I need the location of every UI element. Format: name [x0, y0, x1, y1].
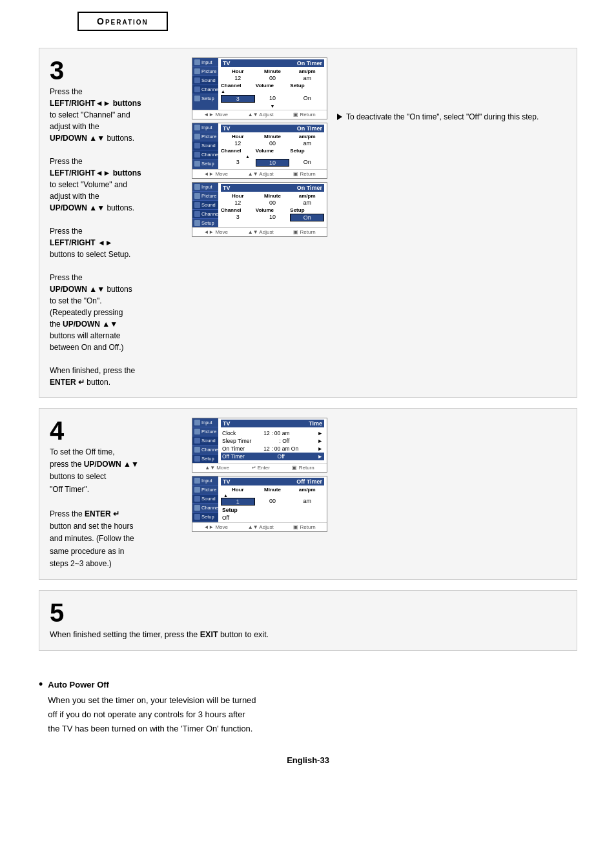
- tv4-row-clock: Clock 12 : 00 am ►: [221, 429, 324, 437]
- tv1-titleright: On Timer: [297, 60, 322, 66]
- step3-screens: Input Picture Sound Channel Setup: [192, 57, 331, 388]
- tv2-h1: Hour: [221, 134, 255, 139]
- tv5-return: ▣ Return: [293, 524, 315, 530]
- tv4-off-arrow: ►: [318, 453, 323, 460]
- tv2-move: ◄► Move: [203, 171, 228, 177]
- step3-p5-bold: ENTER ↵: [50, 378, 85, 387]
- tv4-clock-val: 12 : 00 am: [263, 430, 289, 436]
- tv5-v3: am: [290, 498, 324, 506]
- step5-text: When finished setting the timer, press t…: [50, 628, 566, 641]
- tv4-time-rows: Clock 12 : 00 am ► Sleep Timer : Off ► O…: [221, 429, 324, 460]
- tv-sidebar-input: Input: [192, 58, 218, 67]
- bullet-line2: off if you do not operate any controls f…: [48, 708, 256, 722]
- step3-p2-bold: LEFT/RIGHT◄► buttons: [50, 169, 141, 178]
- tv3-sidebar-setup: Setup: [192, 219, 218, 227]
- bullet-section: • Auto Power Off When you set the timer …: [0, 674, 616, 742]
- tv-sidebar-picture: Picture: [192, 67, 218, 76]
- bullet-dot: •: [39, 678, 43, 692]
- tv4-titleright: Time: [309, 420, 322, 427]
- step3-section: 3 Press the LEFT/RIGHT◄► buttons to sele…: [39, 48, 577, 398]
- tv4-move: ▲▼ Move: [205, 465, 229, 471]
- tv2-setup-label: Setup: [290, 148, 324, 154]
- tv2-bottombar: ◄► Move ▲▼ Adjust ▣ Return: [192, 169, 327, 178]
- tv5-move: ◄► Move: [203, 524, 228, 530]
- tv3-ch-val: 3: [221, 214, 255, 221]
- tv1-bottombar: ◄► Move ▲▼ Adjust ▣ Return: [192, 110, 327, 119]
- tv2-titlebar: TV On Timer: [221, 125, 324, 132]
- tv1-setup-label: Setup: [290, 83, 324, 88]
- tv3-h1: Hour: [221, 193, 255, 199]
- tv-screen-1: Input Picture Sound Channel Setup: [192, 57, 327, 119]
- tv5-titlebar: TV Off Timer: [221, 478, 324, 485]
- tv1-v3: am: [290, 75, 324, 81]
- tv4-on-arrow: ►: [318, 445, 323, 452]
- tv3-sidebar-picture: Picture: [192, 192, 218, 201]
- tv3-titleright: On Timer: [297, 185, 322, 191]
- tv3-adjust: ▲▼ Adjust: [248, 229, 274, 235]
- tv3-v3: am: [290, 199, 324, 206]
- tv1-title: TV: [223, 60, 231, 66]
- tv1-v2: 00: [256, 75, 290, 81]
- tv4-return: ▣ Return: [292, 465, 314, 471]
- page-number: English-33: [0, 742, 616, 778]
- tv2-ch-val: 3: [221, 159, 255, 167]
- step5-exit-bold: EXIT: [200, 630, 218, 639]
- tv1-return: ▣ Return: [293, 112, 315, 117]
- tv5-h2: Minute: [256, 487, 290, 493]
- tv5-sidebar-picture: Picture: [192, 485, 218, 495]
- tv1-h2: Minute: [256, 68, 290, 74]
- tv3-setup-val: On: [290, 214, 324, 221]
- tv2-setup-val: On: [290, 159, 324, 167]
- tv3-v2: 00: [256, 199, 290, 206]
- tv5-sidebar-channel: Channel: [192, 504, 218, 513]
- tv4-enter: ↵ Enter: [252, 465, 270, 471]
- tv4-sidebar-channel: Channel: [192, 445, 218, 455]
- tv5-adjust: ▲▼ Adjust: [248, 524, 274, 530]
- tv4-sidebar-input: Input: [192, 418, 218, 427]
- tv5-v1: 1: [221, 498, 255, 506]
- tv1-setup-val: On: [290, 95, 324, 103]
- tv-time-screen: Input Picture Sound Channel Setup: [192, 418, 327, 473]
- tv-sidebar-sound: Sound: [192, 76, 218, 85]
- tv-screen-3: Input Picture Sound Channel Setup: [192, 182, 327, 237]
- tv2-vol-val: 10: [256, 159, 290, 167]
- tv5-h3: am/pm: [290, 487, 324, 493]
- tv1-ch-val: 3: [221, 95, 255, 103]
- step4-text: 4 To set the Off time,press the UP/DOWN …: [50, 418, 185, 570]
- tv1-adjust: ▲▼ Adjust: [248, 112, 274, 117]
- step3-p2-bold2: UP/DOWN ▲▼: [50, 203, 105, 212]
- tv5-sidebar-setup: Setup: [192, 513, 218, 521]
- tv5-setup-label: Setup: [221, 507, 324, 513]
- tv5-bottombar: ◄► Move ▲▼ Adjust ▣ Return: [192, 522, 327, 531]
- tv1-move: ◄► Move: [203, 112, 228, 117]
- tv3-h3: am/pm: [290, 193, 324, 199]
- step3-text: 3 Press the LEFT/RIGHT◄► buttons to sele…: [50, 57, 185, 388]
- tv2-titleright: On Timer: [297, 125, 322, 132]
- tv4-sidebar-setup: Setup: [192, 455, 218, 463]
- page-number-text: English-33: [287, 755, 329, 765]
- tv2-sidebar-sound: Sound: [192, 141, 218, 150]
- tv1-h3: am/pm: [290, 68, 324, 74]
- tv4-on-val: 12 : 00 am On: [263, 445, 298, 452]
- tv4-clock-arrow: ►: [318, 430, 323, 436]
- step3-p4-bold: UP/DOWN ▲▼: [50, 285, 105, 294]
- tv3-h2: Minute: [256, 193, 290, 199]
- step4-p1: To set the Off time,press the UP/DOWN ▲▼…: [50, 446, 185, 496]
- step5-section: 5 When finished setting the timer, press…: [39, 590, 577, 651]
- tv4-bottombar: ▲▼ Move ↵ Enter ▣ Return: [192, 463, 327, 472]
- tv5-sidebar-sound: Sound: [192, 495, 218, 504]
- tv1-vol-val: 10: [256, 95, 290, 103]
- tv1-titlebar: TV On Timer: [221, 59, 324, 67]
- tv2-h2: Minute: [256, 134, 290, 139]
- tv2-v2: 00: [256, 140, 290, 147]
- tv4-off-val: Off: [278, 453, 285, 460]
- step3-p3-bold: LEFT/RIGHT ◄►: [50, 238, 113, 247]
- bullet-line1: When you set the timer on, your televisi…: [48, 693, 256, 708]
- tv3-title: TV: [223, 185, 231, 191]
- tv2-title: TV: [223, 125, 231, 132]
- tv2-sidebar-input: Input: [192, 123, 218, 132]
- tv4-title: TV: [223, 420, 231, 427]
- tv5-v2: 00: [256, 498, 290, 506]
- tv-sidebar-setup: Setup: [192, 94, 218, 103]
- step3-p1-bold: LEFT/RIGHT◄► buttons: [50, 99, 141, 108]
